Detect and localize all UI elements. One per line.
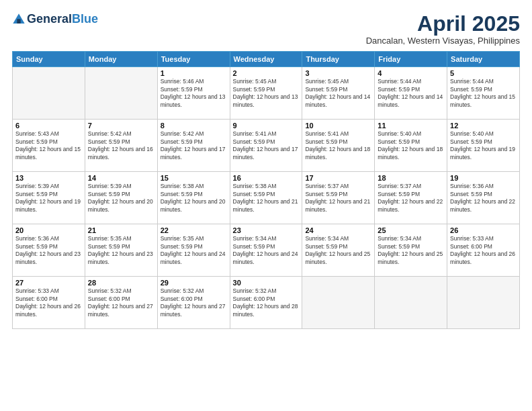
day-info: Sunrise: 5:46 AMSunset: 5:59 PMDaylight:… [161,78,227,109]
day-number: 11 [378,122,444,130]
col-header-tuesday: Tuesday [157,52,230,67]
calendar-cell: 8Sunrise: 5:42 AMSunset: 5:59 PMDaylight… [157,120,230,172]
logo: GeneralBlue [12,12,98,26]
day-number: 28 [88,279,154,287]
calendar-cell: 29Sunrise: 5:32 AMSunset: 6:00 PMDayligh… [157,277,230,329]
calendar-cell: 12Sunrise: 5:40 AMSunset: 5:59 PMDayligh… [447,120,520,172]
day-info: Sunrise: 5:36 AMSunset: 5:59 PMDaylight:… [450,183,517,214]
day-info: Sunrise: 5:38 AMSunset: 5:59 PMDaylight:… [161,183,227,214]
day-number: 2 [233,69,300,77]
svg-rect-1 [17,19,20,24]
day-info: Sunrise: 5:40 AMSunset: 5:59 PMDaylight:… [450,130,517,161]
day-number: 8 [161,122,227,130]
day-info: Sunrise: 5:37 AMSunset: 5:59 PMDaylight:… [378,183,444,214]
col-header-saturday: Saturday [447,52,520,67]
day-info: Sunrise: 5:34 AMSunset: 5:59 PMDaylight:… [233,235,300,266]
day-number: 6 [15,122,82,130]
day-number: 17 [305,174,371,182]
calendar-cell: 30Sunrise: 5:32 AMSunset: 6:00 PMDayligh… [230,277,302,329]
calendar-cell: 11Sunrise: 5:40 AMSunset: 5:59 PMDayligh… [375,120,447,172]
day-number: 9 [233,122,300,130]
calendar-cell: 10Sunrise: 5:41 AMSunset: 5:59 PMDayligh… [302,120,375,172]
calendar-cell: 9Sunrise: 5:41 AMSunset: 5:59 PMDaylight… [230,120,302,172]
calendar-cell: 5Sunrise: 5:44 AMSunset: 5:59 PMDaylight… [447,67,520,120]
calendar-cell: 23Sunrise: 5:34 AMSunset: 5:59 PMDayligh… [230,224,302,277]
week-row-2: 6Sunrise: 5:43 AMSunset: 5:59 PMDaylight… [13,120,520,172]
calendar-cell: 4Sunrise: 5:44 AMSunset: 5:59 PMDaylight… [375,67,447,120]
calendar-cell: 14Sunrise: 5:39 AMSunset: 5:59 PMDayligh… [85,172,157,224]
col-header-thursday: Thursday [302,52,375,67]
day-number: 24 [305,226,371,234]
page: GeneralBlue April 2025 Dancalan, Western… [0,0,532,411]
day-info: Sunrise: 5:33 AMSunset: 6:00 PMDaylight:… [450,235,517,266]
day-info: Sunrise: 5:32 AMSunset: 6:00 PMDaylight:… [233,287,300,318]
calendar-cell: 3Sunrise: 5:45 AMSunset: 5:59 PMDaylight… [302,67,375,120]
logo-blue-text: Blue [72,12,98,26]
day-info: Sunrise: 5:35 AMSunset: 5:59 PMDaylight:… [161,235,227,266]
day-info: Sunrise: 5:45 AMSunset: 5:59 PMDaylight:… [233,78,300,109]
calendar-cell [302,277,375,329]
calendar-cell: 28Sunrise: 5:32 AMSunset: 6:00 PMDayligh… [85,277,157,329]
calendar-cell: 25Sunrise: 5:34 AMSunset: 5:59 PMDayligh… [375,224,447,277]
week-row-1: 1Sunrise: 5:46 AMSunset: 5:59 PMDaylight… [13,67,520,120]
calendar-cell [85,67,157,120]
day-number: 14 [88,174,154,182]
day-info: Sunrise: 5:37 AMSunset: 5:59 PMDaylight:… [305,183,371,214]
day-info: Sunrise: 5:35 AMSunset: 5:59 PMDaylight:… [88,235,154,266]
day-info: Sunrise: 5:44 AMSunset: 5:59 PMDaylight:… [378,78,444,109]
week-row-3: 13Sunrise: 5:39 AMSunset: 5:59 PMDayligh… [13,172,520,224]
calendar-cell: 17Sunrise: 5:37 AMSunset: 5:59 PMDayligh… [302,172,375,224]
calendar-cell: 18Sunrise: 5:37 AMSunset: 5:59 PMDayligh… [375,172,447,224]
calendar-cell: 19Sunrise: 5:36 AMSunset: 5:59 PMDayligh… [447,172,520,224]
day-number: 26 [450,226,517,234]
day-number: 29 [161,279,227,287]
day-number: 3 [305,69,371,77]
calendar-cell: 1Sunrise: 5:46 AMSunset: 5:59 PMDaylight… [157,67,230,120]
calendar-cell: 24Sunrise: 5:34 AMSunset: 5:59 PMDayligh… [302,224,375,277]
day-info: Sunrise: 5:44 AMSunset: 5:59 PMDaylight:… [450,78,517,109]
day-number: 12 [450,122,517,130]
generalblue-icon [12,13,26,26]
day-number: 23 [233,226,300,234]
month-title: April 2025 [366,12,520,36]
week-row-5: 27Sunrise: 5:33 AMSunset: 6:00 PMDayligh… [13,277,520,329]
col-header-sunday: Sunday [13,52,85,67]
calendar-table: SundayMondayTuesdayWednesdayThursdayFrid… [12,51,520,329]
calendar-cell: 20Sunrise: 5:36 AMSunset: 5:59 PMDayligh… [13,224,85,277]
calendar-cell [447,277,520,329]
day-number: 1 [161,69,227,77]
day-info: Sunrise: 5:32 AMSunset: 6:00 PMDaylight:… [161,287,227,318]
col-header-monday: Monday [85,52,157,67]
week-row-4: 20Sunrise: 5:36 AMSunset: 5:59 PMDayligh… [13,224,520,277]
day-info: Sunrise: 5:42 AMSunset: 5:59 PMDaylight:… [88,130,154,161]
col-header-friday: Friday [375,52,447,67]
day-number: 19 [450,174,517,182]
calendar-cell: 13Sunrise: 5:39 AMSunset: 5:59 PMDayligh… [13,172,85,224]
day-info: Sunrise: 5:45 AMSunset: 5:59 PMDaylight:… [305,78,371,109]
calendar-cell: 2Sunrise: 5:45 AMSunset: 5:59 PMDaylight… [230,67,302,120]
day-info: Sunrise: 5:39 AMSunset: 5:59 PMDaylight:… [88,183,154,214]
day-number: 13 [15,174,82,182]
title-area: April 2025 Dancalan, Western Visayas, Ph… [366,12,520,46]
day-info: Sunrise: 5:41 AMSunset: 5:59 PMDaylight:… [305,130,371,161]
calendar-cell: 6Sunrise: 5:43 AMSunset: 5:59 PMDaylight… [13,120,85,172]
day-number: 7 [88,122,154,130]
logo-general-text: General [27,12,72,26]
day-number: 16 [233,174,300,182]
day-info: Sunrise: 5:36 AMSunset: 5:59 PMDaylight:… [15,235,82,266]
calendar-cell: 15Sunrise: 5:38 AMSunset: 5:59 PMDayligh… [157,172,230,224]
calendar-header-row: SundayMondayTuesdayWednesdayThursdayFrid… [13,52,520,67]
calendar-cell: 7Sunrise: 5:42 AMSunset: 5:59 PMDaylight… [85,120,157,172]
day-number: 5 [450,69,517,77]
day-info: Sunrise: 5:33 AMSunset: 6:00 PMDaylight:… [15,287,82,318]
calendar-cell: 16Sunrise: 5:38 AMSunset: 5:59 PMDayligh… [230,172,302,224]
calendar-cell [375,277,447,329]
day-info: Sunrise: 5:34 AMSunset: 5:59 PMDaylight:… [305,235,371,266]
day-info: Sunrise: 5:32 AMSunset: 6:00 PMDaylight:… [88,287,154,318]
day-number: 21 [88,226,154,234]
day-info: Sunrise: 5:34 AMSunset: 5:59 PMDaylight:… [378,235,444,266]
day-number: 22 [161,226,227,234]
day-number: 10 [305,122,371,130]
calendar-cell: 22Sunrise: 5:35 AMSunset: 5:59 PMDayligh… [157,224,230,277]
calendar-cell: 27Sunrise: 5:33 AMSunset: 6:00 PMDayligh… [13,277,85,329]
